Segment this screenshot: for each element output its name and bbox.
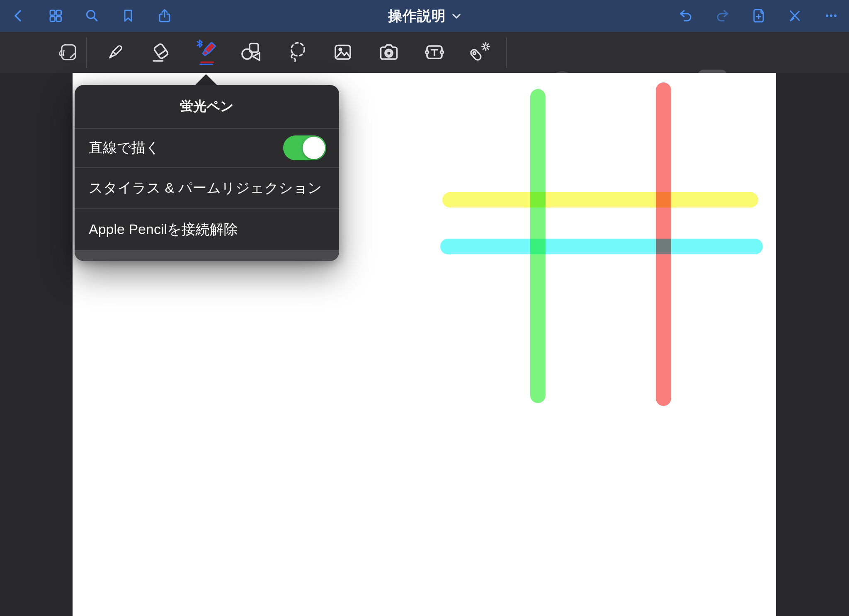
popover-footer xyxy=(75,250,339,261)
highlighter-stroke-yellow xyxy=(442,192,758,208)
more-options-button[interactable] xyxy=(823,7,839,24)
draw-straight-line-label: 直線で描く xyxy=(89,138,160,157)
disconnect-apple-pencil-label: Apple Pencilを接続解除 xyxy=(89,220,238,239)
undo-button[interactable] xyxy=(678,7,694,24)
popover-title: 蛍光ペン xyxy=(75,85,339,129)
camera-tool[interactable] xyxy=(377,41,400,64)
stylus-palm-rejection-label: スタイラス & パームリジェクション xyxy=(89,179,322,198)
popover-arrow xyxy=(195,74,217,85)
toolbar-separator xyxy=(506,37,507,68)
toolbar-separator xyxy=(86,37,87,68)
text-tool[interactable] xyxy=(423,41,446,64)
lasso-tool[interactable] xyxy=(286,41,309,64)
highlighter-selected-icon xyxy=(194,37,217,67)
eraser-tool[interactable] xyxy=(149,41,172,64)
lasso-icon xyxy=(286,41,308,63)
draw-straight-line-row[interactable]: 直線で描く xyxy=(75,129,339,168)
highlighter-tool[interactable] xyxy=(194,41,217,64)
eraser-icon xyxy=(150,41,172,63)
shapes-tool[interactable] xyxy=(239,41,262,64)
grid-icon xyxy=(48,8,63,23)
document-title-menu[interactable]: 操作説明 xyxy=(342,0,507,32)
add-page-button[interactable] xyxy=(750,7,767,24)
shapes-icon xyxy=(240,41,262,63)
pen-mode-toggle-button[interactable] xyxy=(786,7,803,24)
svg-text:a: a xyxy=(59,45,65,59)
image-tool[interactable] xyxy=(331,41,354,64)
undo-icon xyxy=(679,8,694,23)
bookmark-button[interactable] xyxy=(120,7,136,24)
image-icon xyxy=(332,41,354,63)
redo-button[interactable] xyxy=(714,7,730,24)
page-panel-icon: a xyxy=(57,42,78,62)
add-page-icon xyxy=(751,8,767,24)
toggle-knob xyxy=(303,137,325,159)
stylus-palm-rejection-row[interactable]: スタイラス & パームリジェクション xyxy=(75,168,339,209)
pen-off-icon xyxy=(787,8,802,23)
chevron-left-icon xyxy=(11,8,26,23)
bookmark-icon xyxy=(121,8,136,23)
redo-icon xyxy=(715,8,730,23)
document-title: 操作説明 xyxy=(388,7,446,26)
ellipsis-icon xyxy=(824,8,839,23)
nav-bar: 操作説明 xyxy=(0,0,849,32)
pen-tool[interactable] xyxy=(104,41,127,64)
text-icon xyxy=(423,41,446,63)
search-button[interactable] xyxy=(84,7,100,24)
search-icon xyxy=(85,8,99,23)
back-button[interactable] xyxy=(10,7,27,24)
camera-icon xyxy=(378,41,400,63)
highlighter-popover: 蛍光ペン 直線で描く スタイラス & パームリジェクション Apple Penc… xyxy=(75,85,339,261)
page-panel-tool[interactable]: a xyxy=(56,41,79,64)
laser-pointer-tool[interactable] xyxy=(468,41,491,64)
pen-icon xyxy=(104,41,126,63)
highlighter-stroke-green xyxy=(530,89,546,403)
tool-bar: a xyxy=(0,32,849,73)
laser-pointer-icon xyxy=(468,41,491,64)
chevron-down-icon xyxy=(452,13,461,19)
share-button[interactable] xyxy=(156,7,173,24)
draw-straight-line-toggle[interactable] xyxy=(283,135,326,160)
app-window: 操作説明 a xyxy=(0,0,849,616)
disconnect-apple-pencil-row[interactable]: Apple Pencilを接続解除 xyxy=(75,209,339,250)
highlighter-stroke-cyan xyxy=(440,239,763,254)
page-thumbnails-button[interactable] xyxy=(47,7,64,24)
highlighter-stroke-red xyxy=(656,82,671,406)
share-icon xyxy=(157,8,172,23)
